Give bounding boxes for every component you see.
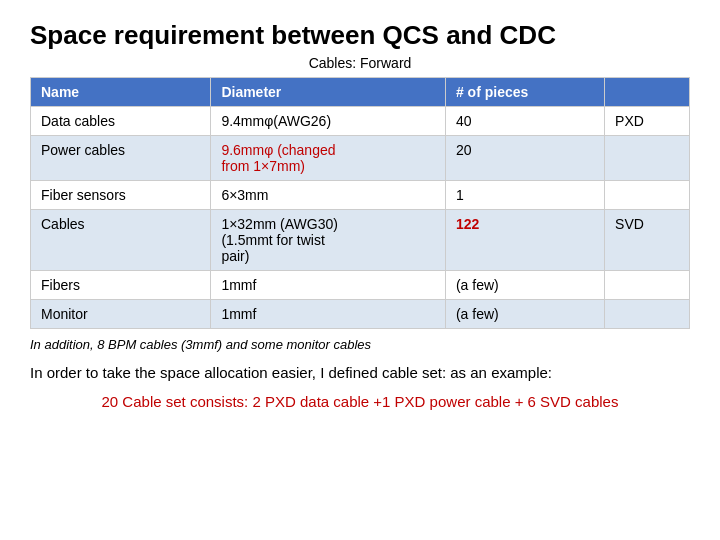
body-text: In order to take the space allocation ea… [30,362,690,385]
cell-note: SVD [605,210,690,271]
col-header-extra [605,78,690,107]
cable-set-text: 20 Cable set consists: 2 PXD data cable … [30,391,690,414]
table-row: Fiber sensors6×3mm1 [31,181,690,210]
cell-diameter: 6×3mm [211,181,446,210]
cell-note: PXD [605,107,690,136]
table-row: Data cables9.4mmφ(AWG26)40PXD [31,107,690,136]
cell-note [605,181,690,210]
cell-diameter: 1×32mm (AWG30)(1.5mmt for twistpair) [211,210,446,271]
cell-pieces: (a few) [445,300,604,329]
table-row: Fibers1mmf(a few) [31,271,690,300]
cell-pieces: 20 [445,136,604,181]
cell-pieces: 1 [445,181,604,210]
table-header-row: Name Diameter # of pieces [31,78,690,107]
cell-name: Power cables [31,136,211,181]
cell-pieces: 40 [445,107,604,136]
cell-diameter: 1mmf [211,300,446,329]
cell-diameter: 1mmf [211,271,446,300]
page-title: Space requirement between QCS and CDC [30,20,690,51]
cell-note [605,271,690,300]
table-row: Power cables9.6mmφ (changedfrom 1×7mm)20 [31,136,690,181]
col-header-diameter: Diameter [211,78,446,107]
cell-pieces: (a few) [445,271,604,300]
cell-pieces: 122 [445,210,604,271]
col-header-name: Name [31,78,211,107]
cell-name: Fibers [31,271,211,300]
cell-diameter: 9.4mmφ(AWG26) [211,107,446,136]
cell-diameter: 9.6mmφ (changedfrom 1×7mm) [211,136,446,181]
additional-note: In addition, 8 BPM cables (3mmf) and som… [30,337,690,352]
cell-name: Monitor [31,300,211,329]
cell-name: Cables [31,210,211,271]
cell-name: Data cables [31,107,211,136]
subtitle: Cables: Forward [30,55,690,71]
cell-note [605,300,690,329]
table-row: Monitor1mmf(a few) [31,300,690,329]
cell-name: Fiber sensors [31,181,211,210]
table-row: Cables1×32mm (AWG30)(1.5mmt for twistpai… [31,210,690,271]
cables-table: Name Diameter # of pieces Data cables9.4… [30,77,690,329]
col-header-pieces: # of pieces [445,78,604,107]
cell-note [605,136,690,181]
